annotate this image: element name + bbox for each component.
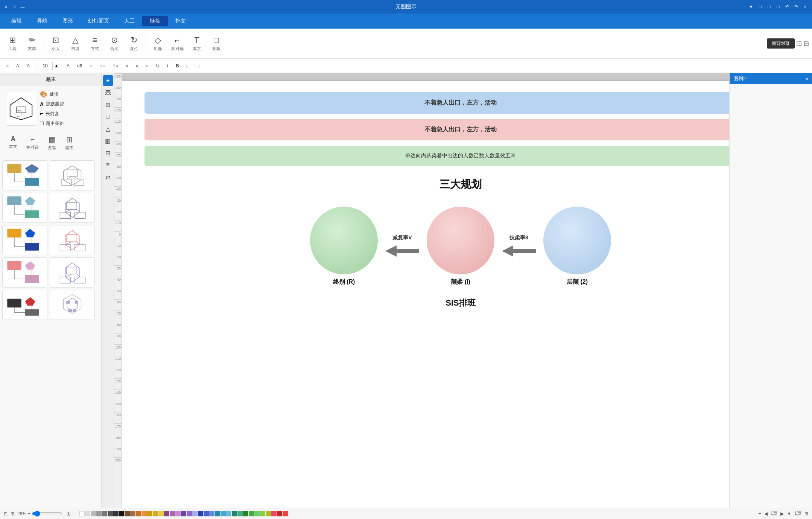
menu-shape[interactable]: 图形 bbox=[55, 16, 81, 26]
swatch-red1[interactable] bbox=[277, 511, 282, 516]
template-5[interactable] bbox=[2, 225, 47, 255]
side-icon-list[interactable]: ≡ bbox=[103, 160, 113, 170]
swatch-yellow3[interactable] bbox=[158, 511, 164, 516]
page-nav-next[interactable]: ▶ bbox=[780, 511, 784, 516]
green-box[interactable]: 单边向内从染着中出边的人数己数人数量效五叫 bbox=[144, 146, 729, 166]
tool-select[interactable]: ◇ 矩选 bbox=[148, 35, 167, 52]
swatch-cyan3[interactable] bbox=[226, 511, 231, 516]
swatch-teal2[interactable] bbox=[237, 511, 243, 516]
template-8[interactable] bbox=[50, 257, 95, 288]
zoom-out-btn[interactable]: - bbox=[64, 511, 65, 516]
align-left-btn[interactable]: ≡ bbox=[3, 62, 12, 69]
tool-tools[interactable]: ⊞ 工具 bbox=[3, 35, 22, 52]
side-icon-table[interactable]: ▦ bbox=[103, 135, 113, 146]
template-6[interactable] bbox=[50, 225, 95, 255]
indent-btn[interactable]: ≡≡ bbox=[97, 62, 108, 69]
bold-btn[interactable]: B bbox=[173, 62, 182, 69]
tool-format[interactable]: ≡ 方式 bbox=[85, 35, 104, 52]
swatch-brown1[interactable] bbox=[125, 511, 130, 516]
swatch-green1[interactable] bbox=[243, 511, 248, 516]
menu-ai[interactable]: 人工 bbox=[117, 16, 142, 26]
swatch-green3[interactable] bbox=[254, 511, 260, 516]
align-center-btn[interactable]: A bbox=[13, 62, 22, 69]
swatch-brown2[interactable] bbox=[130, 511, 135, 516]
theme-default-item[interactable]: A 黑默题盟 bbox=[40, 101, 64, 107]
subscript-btn[interactable]: Tx bbox=[109, 62, 121, 69]
tool-rect-select[interactable]: ⌐ 矩对选 bbox=[168, 35, 187, 52]
swatch-purple1[interactable] bbox=[164, 511, 169, 516]
align-right-btn[interactable]: A bbox=[24, 62, 33, 69]
side-icon-image[interactable]: 🖼 bbox=[103, 87, 113, 98]
side-icon-random[interactable]: ⇄ bbox=[103, 172, 113, 182]
shadow-btn[interactable]: □ bbox=[194, 62, 202, 69]
menu-edit[interactable]: 编辑 bbox=[4, 16, 29, 26]
tool-combine[interactable]: ⊙ 合同 bbox=[105, 35, 124, 52]
fit-icon[interactable]: ⊡ bbox=[4, 511, 8, 516]
canvas[interactable]: 不着急人出口，左方，活动 不着急人出口，左方，活动 单边向内从染着中出边的人数己… bbox=[122, 73, 729, 508]
tool-group[interactable]: ✏ 友群 bbox=[23, 35, 41, 52]
font-d6-btn[interactable]: d6 bbox=[74, 62, 85, 69]
window-icon3[interactable]: □ bbox=[774, 3, 782, 11]
tool-text[interactable]: A 本文 bbox=[6, 134, 20, 152]
swatch-green2[interactable] bbox=[249, 511, 254, 516]
page-nav-prev[interactable]: ◀ bbox=[764, 511, 768, 516]
swatch-cyan2[interactable] bbox=[220, 511, 226, 516]
swatch-yellow1[interactable] bbox=[147, 511, 152, 516]
underline-btn[interactable]: U bbox=[153, 62, 163, 69]
side-icon-chart[interactable]: △ bbox=[103, 123, 113, 134]
add-page-btn[interactable]: + bbox=[759, 511, 761, 516]
swatch-gray5[interactable] bbox=[113, 511, 119, 516]
window-controls[interactable]: × □ — bbox=[3, 4, 26, 10]
swatch-gray4[interactable] bbox=[108, 511, 113, 516]
border-btn[interactable]: □ bbox=[184, 62, 192, 69]
menu-navigate[interactable]: 导航 bbox=[29, 16, 55, 26]
swatch-purple2[interactable] bbox=[170, 511, 175, 516]
blue-box[interactable]: 不着急人出口，左方，活动 bbox=[144, 92, 729, 114]
swatch-yellow2[interactable] bbox=[153, 511, 158, 516]
close-window-icon[interactable]: × bbox=[801, 3, 809, 11]
pink-box[interactable]: 不着急人出口，左方，活动 bbox=[144, 119, 729, 140]
tool-shape[interactable]: □ 矩框 bbox=[207, 35, 226, 52]
template-7[interactable] bbox=[2, 257, 47, 288]
template-2[interactable] bbox=[50, 160, 95, 190]
swatch-black[interactable] bbox=[119, 511, 124, 516]
template-9[interactable] bbox=[2, 290, 47, 320]
zoom-slider[interactable] bbox=[32, 511, 62, 517]
template-10[interactable] bbox=[50, 290, 95, 320]
undo-icon[interactable]: ↶ bbox=[783, 3, 791, 11]
circle-btn[interactable]: ○ bbox=[143, 62, 152, 69]
theme-background-item[interactable]: ⌐ 长前盒 bbox=[40, 110, 64, 117]
expand-icon[interactable]: ⊞ bbox=[11, 511, 14, 516]
fit-page-icon[interactable]: ◎ bbox=[67, 511, 70, 516]
window-icon1[interactable]: □ bbox=[756, 3, 764, 11]
close-btn[interactable]: × bbox=[3, 4, 9, 10]
swatch-lime[interactable] bbox=[260, 511, 265, 516]
page-dropdown-btn[interactable]: ▼ bbox=[787, 511, 791, 516]
swatch-cyan1[interactable] bbox=[215, 511, 220, 516]
theme-style-item[interactable]: □ 题主茶斜 bbox=[40, 120, 64, 127]
tool-size[interactable]: ⊡ 小大 bbox=[46, 35, 65, 52]
swatch-olive[interactable] bbox=[266, 511, 271, 516]
swatch-purple3[interactable] bbox=[175, 511, 181, 516]
swatch-gray3[interactable] bbox=[102, 511, 107, 516]
menu-link[interactable]: 链接 bbox=[142, 16, 168, 26]
side-icon-page[interactable]: □ bbox=[103, 111, 113, 122]
swatch-red2[interactable] bbox=[283, 511, 288, 516]
template-4[interactable] bbox=[50, 193, 95, 223]
swatch-violet3[interactable] bbox=[192, 511, 198, 516]
theme-color-item[interactable]: 🎨 处盟 bbox=[40, 91, 64, 98]
swatch-orange1[interactable] bbox=[136, 511, 141, 516]
swatch-gray2[interactable] bbox=[96, 511, 102, 516]
zoom-in-btn[interactable]: + bbox=[28, 511, 30, 516]
font-size-up-btn[interactable]: ▲ bbox=[54, 63, 59, 68]
tool-fill[interactable]: △ 封填 bbox=[66, 35, 85, 52]
menu-slide[interactable]: 幻灯面页 bbox=[81, 16, 117, 26]
list-btn[interactable]: ≡ bbox=[87, 62, 95, 69]
template-1[interactable] bbox=[2, 160, 47, 190]
swatch-white[interactable] bbox=[79, 511, 85, 516]
font-size-input[interactable] bbox=[38, 62, 53, 70]
side-icon-shapes[interactable]: ✦ bbox=[103, 75, 113, 86]
font-color-btn[interactable]: A bbox=[64, 62, 73, 69]
swatch-pink1[interactable] bbox=[271, 511, 277, 516]
swatch-blue1[interactable] bbox=[198, 511, 203, 516]
